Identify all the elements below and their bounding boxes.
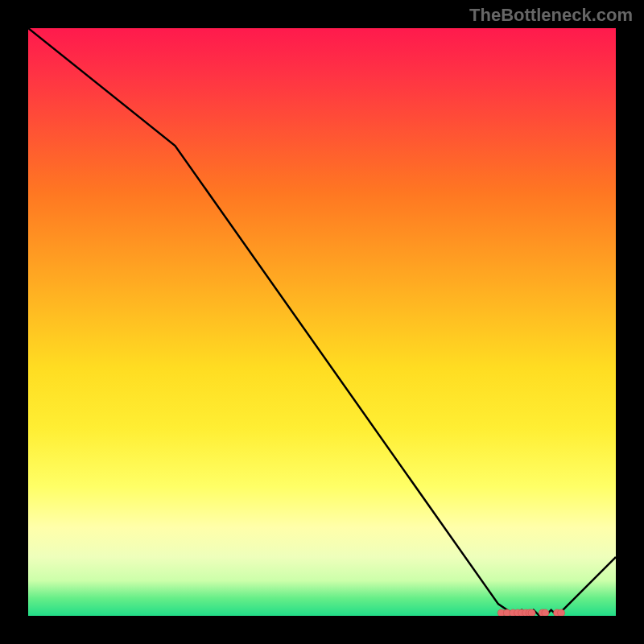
chart-container: TheBottleneck.com	[0, 0, 644, 644]
marker-dot	[558, 609, 565, 616]
marker-dot	[528, 609, 535, 616]
line-series	[28, 28, 616, 616]
marker-dot	[542, 609, 549, 616]
data-markers	[497, 609, 564, 616]
chart-svg	[28, 28, 616, 616]
plot-area	[28, 28, 616, 616]
watermark-text: TheBottleneck.com	[469, 5, 633, 26]
